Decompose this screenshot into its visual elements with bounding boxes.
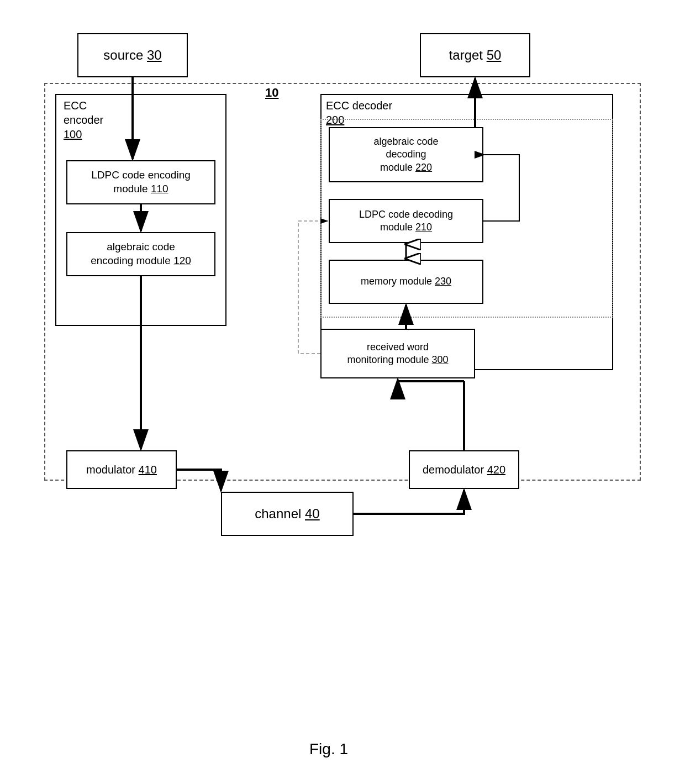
demodulator-label: demodulator 420	[423, 462, 505, 477]
diagram-container: source 30 target 50 10 ECCencoder100 LDP…	[22, 17, 663, 735]
source-label: source 30	[103, 46, 161, 64]
ldpc-decode-box: LDPC code decodingmodule 210	[329, 199, 483, 243]
rwm-module-box: received wordmonitoring module 300	[320, 329, 475, 378]
memory-module-label: memory module 230	[361, 275, 451, 288]
modulator-label: modulator 410	[86, 462, 157, 477]
alg-encode-box: algebraic codeencoding module 120	[66, 232, 215, 276]
system-ref-label: 10	[265, 86, 278, 100]
channel-box: channel 40	[221, 492, 354, 536]
target-box: target 50	[420, 33, 530, 77]
ecc-encoder-label: ECCencoder100	[64, 98, 103, 141]
alg-decode-label: algebraic codedecodingmodule 220	[373, 135, 438, 174]
ldpc-encode-label: LDPC code encodingmodule 110	[91, 169, 191, 196]
target-label: target 50	[449, 46, 502, 64]
alg-decode-box: algebraic codedecodingmodule 220	[329, 127, 483, 182]
ldpc-encode-box: LDPC code encodingmodule 110	[66, 160, 215, 204]
channel-label: channel 40	[255, 505, 319, 522]
memory-module-box: memory module 230	[329, 260, 483, 304]
rwm-module-label: received wordmonitoring module 300	[347, 341, 448, 367]
modulator-box: modulator 410	[66, 450, 177, 489]
ldpc-decode-label: LDPC code decodingmodule 210	[359, 208, 453, 234]
alg-encode-label: algebraic codeencoding module 120	[91, 240, 191, 267]
demodulator-box: demodulator 420	[409, 450, 519, 489]
source-box: source 30	[77, 33, 188, 77]
figure-label: Fig. 1	[309, 740, 348, 758]
